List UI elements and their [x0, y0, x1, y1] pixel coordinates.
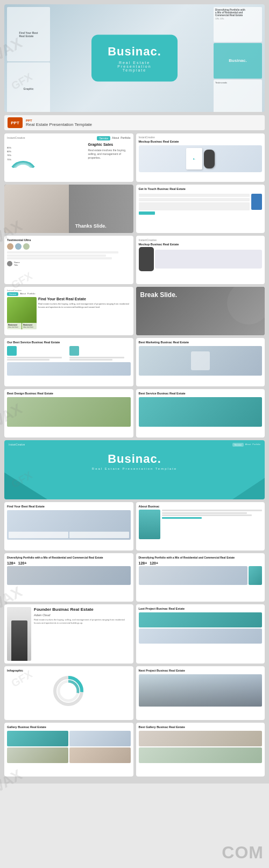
service-house-img [7, 362, 131, 376]
portfolio-2-stat-1: 128+ [139, 561, 147, 565]
slide-best-service-2: Best Service Businac Real Estate [136, 389, 265, 437]
slide-testimonial: Testimonial Ultra NameTitle [4, 236, 133, 284]
service2-img [139, 397, 263, 427]
slides-row-1: InstantCreative Service About Portfolio [4, 133, 265, 182]
slide-thanks: Thanks Slide. [4, 185, 133, 233]
bg-thumb-5: Testimonials [214, 80, 262, 112]
find-best-title: Find Your Best Real Estate [38, 297, 131, 301]
mockup-2-title: Mockup Businac Real Estate [139, 243, 263, 246]
best-gallery-img-2 [139, 747, 263, 763]
slide-portfolio-1: Diversifying Portfolio with a Mix of Res… [4, 553, 133, 602]
founder-photo [7, 607, 31, 661]
bg-thumb-1: Find Your BestReal Estate [7, 7, 50, 61]
slide-next-project: Next Project Businac Real Estate [136, 666, 265, 720]
best-service-title: Our Best Service Businac Real Estate [7, 341, 131, 344]
bg-thumb-3: Diversifying Portfolio witha Mix of Resi… [214, 7, 262, 42]
slides-row-8: Diversifying Portfolio with a Mix of Res… [4, 553, 265, 602]
com-watermark: COM [222, 843, 264, 863]
slide-about: About Businac [136, 502, 265, 551]
find2-img [7, 510, 131, 540]
slides-row-6: Best Design Businac Real Estate Best Ser… [4, 389, 265, 437]
bg-thumb-2: Graphic [7, 62, 50, 112]
next-project-img [139, 674, 263, 707]
hero-brand-title: Businac. [107, 45, 162, 59]
find-best-2-title: Find Your Best Real Estate [7, 505, 131, 509]
about-teal-img [139, 510, 160, 539]
slides-row-10: Infographic Next Project Businac Real Es… [4, 666, 265, 720]
portfolio-stat-1: 128+ [7, 561, 16, 565]
hero2-brand: Businac. [4, 452, 265, 466]
testimonial-avatars [7, 243, 131, 250]
hero2-triangle-right [232, 478, 265, 499]
find-best-subtitle: Real estate involves the buying, selling… [38, 302, 131, 308]
find-house-img: Statement desc text here Statement desc … [7, 297, 37, 329]
mockup-device-display: B. [139, 145, 263, 172]
marketing-img [139, 346, 263, 376]
slide-best-design: Best Design Businac Real Estate [4, 389, 133, 437]
main-container: AVAX GFX AVAX GFX AVAX GFX AVAX GFX AVAX… [0, 0, 269, 784]
bg-thumb-4: Businac. [214, 43, 262, 78]
gallery-img-2 [69, 731, 131, 746]
gallery-img-3 [7, 747, 68, 763]
slide-break: Break Slide. [136, 287, 265, 335]
founder-name: Adam Cloud [34, 613, 131, 617]
slide-graphic-sales: InstantCreative Service About Portfolio [4, 133, 133, 182]
gallery-title: Gallery Businac Real Estate [7, 725, 131, 729]
contact-form [139, 194, 250, 215]
slide-find-best: InstantCreative Service About Portfolio … [4, 287, 133, 335]
slide-find-best-2: Find Your Best Real Estate [4, 502, 133, 551]
ppt-label: Real Estate Presentation Template [26, 122, 92, 127]
next-project-title: Next Project Businac Real Estate [139, 669, 263, 673]
tablet-mockup [155, 250, 263, 269]
slides-row-5: Our Best Service Businac Real Estate [4, 338, 265, 386]
design-img [7, 397, 131, 427]
about-title: About Businac [139, 505, 263, 508]
contact-blue-rect [251, 194, 262, 210]
portfolio-2-stat-2: 120+ [150, 561, 158, 565]
founder-title: Founder Businac Real Estate [34, 607, 131, 612]
mockup-1-title: Mockup Businac Real Estate [139, 140, 263, 144]
phone-mockup [139, 247, 154, 271]
best-gallery-img-1 [139, 731, 263, 746]
service-card-2 [69, 346, 130, 361]
hero-brand-subtitle: Real Estate Presentation Template [107, 61, 162, 72]
slide-founder: Founder Businac Real Estate Adam Cloud R… [4, 604, 133, 664]
hero-section: Find Your BestReal Estate Graphic Busina… [4, 4, 265, 112]
ppt-badge-row: PPT PPT Real Estate Presentation Templat… [4, 115, 265, 130]
last-project-img-1 [139, 612, 263, 627]
portfolio-2-img-2 [249, 566, 262, 585]
break-title: Break Slide. [140, 291, 261, 299]
slide-nav-1: InstantCreative Service About Portfolio [7, 136, 131, 140]
graphic-sales-title: Graphic Sales [88, 142, 131, 147]
last-project-img-2 [139, 629, 263, 644]
slides-row-11: Gallery Businac Real Estate Best Gallery… [4, 723, 265, 777]
slides-row-9: Founder Businac Real Estate Adam Cloud R… [4, 604, 265, 664]
slide-mockup-2: InstantCreative Mockup Businac Real Esta… [136, 236, 265, 284]
avatar-person [7, 261, 12, 266]
slide-hero-2: InstantCreative Service About Portfolio … [4, 440, 265, 499]
slide-last-project: Last Project Businac Real Estate [136, 604, 265, 664]
slide-best-marketing: Best Marketing Businac Real Estate [136, 338, 265, 386]
portfolio-1-title: Diversifying Portfolio with a Mix of Res… [7, 556, 131, 560]
slide-gallery: Gallery Businac Real Estate [4, 723, 133, 777]
infographic-chart [51, 674, 86, 709]
slides-row-3: Testimonial Ultra NameTitle [4, 236, 265, 284]
graphic-sales-subtitle: Real estate involves the buying, selling… [88, 149, 131, 160]
slide-best-service: Our Best Service Businac Real Estate [4, 338, 133, 386]
get-in-touch-title: Get In Touch Businac Real Estate [139, 187, 263, 191]
best-marketing-title: Best Marketing Businac Real Estate [139, 341, 263, 344]
slide-best-gallery: Best Gallery Businac Real Estate [136, 723, 265, 777]
hero2-triangle-left [4, 472, 47, 499]
hero2-subtitle: Real Estate Presentation Template [4, 467, 265, 470]
slides-row-7: Find Your Best Real Estate About Businac [4, 502, 265, 551]
hero-teal-card: Businac. Real Estate Presentation Templa… [91, 35, 178, 82]
best-gallery-title: Best Gallery Businac Real Estate [139, 725, 263, 729]
slide-mockup-1: InstantCreative Mockup Businac Real Esta… [136, 133, 265, 182]
gallery-img-4 [69, 747, 131, 763]
portfolio-stat-2: 120+ [18, 561, 27, 565]
best-design-title: Best Design Businac Real Estate [7, 392, 131, 396]
founder-subtitle: Real estate involves the buying, selling… [34, 618, 131, 625]
portfolio-1-img [7, 566, 131, 585]
portfolio-2-title: Diversifying Portfolio with a Mix of Res… [139, 556, 263, 560]
thanks-text: Thanks Slide. [75, 223, 107, 229]
